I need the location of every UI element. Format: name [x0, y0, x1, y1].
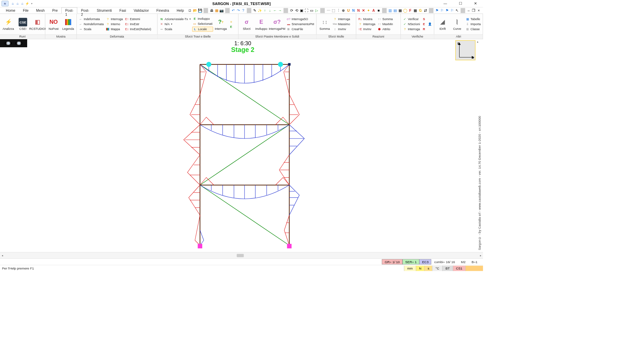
- cursor-icon[interactable]: ↖: [455, 8, 460, 13]
- u-icon[interactable]: U: [346, 8, 351, 13]
- view1-icon[interactable]: ▥: [388, 8, 393, 13]
- invinv-button[interactable]: ↕InvInv: [332, 27, 351, 32]
- interno-button[interactable]: ?Interno: [105, 22, 123, 26]
- tab-post-1[interactable]: Post-1: [61, 7, 77, 14]
- nsezioni-button[interactable]: ✓NSezioni: [402, 22, 420, 26]
- selezionati-button[interactable]: ▭Selezionati: [192, 22, 213, 26]
- tab-mesh[interactable]: Mesh: [32, 7, 48, 14]
- interroga-so-button[interactable]: σ?InterrogaSO: [286, 17, 315, 21]
- snervamento-pm-button[interactable]: ▬SnervamentoPM: [286, 22, 315, 26]
- tab-pre[interactable]: Pre: [48, 7, 61, 14]
- user-icon-button[interactable]: 👤: [427, 22, 432, 26]
- undo-icon[interactable]: ↶: [231, 8, 236, 13]
- tab-validazioni[interactable]: Validazior: [130, 7, 153, 14]
- indeformata-button[interactable]: ⌐Indeformata: [78, 17, 104, 21]
- maxmin-button[interactable]: ↑↑MaxMin: [377, 22, 393, 26]
- flag2-icon[interactable]: ⚐: [440, 8, 444, 13]
- ico-e[interactable]: E: [229, 24, 234, 29]
- mdi-min-icon[interactable]: –: [467, 8, 471, 13]
- tab-help[interactable]: Help: [173, 7, 187, 14]
- view2-icon[interactable]: ▤: [393, 8, 398, 13]
- qat-icon[interactable]: ⚡: [25, 1, 30, 6]
- interroga4-button[interactable]: ?Interroga: [402, 27, 420, 32]
- legenda-button[interactable]: Legenda: [61, 18, 75, 31]
- na-button[interactable]: ✕N/A ▾: [159, 22, 191, 26]
- scala2-button[interactable]: ↔Scala: [159, 27, 191, 32]
- arrow-down-icon[interactable]: ↓: [268, 8, 272, 13]
- app-logo-icon[interactable]: ≋: [2, 1, 9, 6]
- axis-widget[interactable]: z x: [455, 40, 476, 60]
- select-box-icon[interactable]: ⬚: [331, 8, 336, 13]
- inviluppo2-button[interactable]: EInviluppo: [255, 18, 268, 31]
- investr-rel-button[interactable]: E↕InvEstr(Relativi): [124, 27, 152, 32]
- arrow-right-icon[interactable]: →: [278, 8, 282, 13]
- r-icon-button[interactable]: R: [421, 27, 426, 32]
- horizontal-scrollbar[interactable]: ◂ ▸: [0, 252, 483, 258]
- interroga2-button[interactable]: ?Interroga: [332, 17, 351, 21]
- noindeformata-button[interactable]: ⌐NoIndeformata: [78, 22, 104, 26]
- mdi-close-icon[interactable]: ×: [477, 8, 481, 13]
- invinv2-button[interactable]: ↑EInvInv: [358, 27, 376, 32]
- locale-button[interactable]: LLocale: [192, 27, 213, 32]
- flag1-icon[interactable]: ⚑: [435, 8, 439, 13]
- view3-icon[interactable]: ▦: [398, 8, 403, 13]
- unit-bt[interactable]: BT: [442, 266, 453, 271]
- viewport[interactable]: 1: 6:30 Stage 2: [0, 39, 483, 252]
- tab-finestra[interactable]: Finestra: [153, 7, 173, 14]
- play-icon[interactable]: ▷: [315, 8, 319, 13]
- save-icon[interactable]: 💾: [198, 8, 203, 13]
- box-icon[interactable]: ▣: [300, 8, 304, 13]
- sforzi-button[interactable]: σSforzi: [240, 18, 254, 31]
- sparkle-icon[interactable]: ✦: [366, 8, 371, 13]
- wand-icon[interactable]: ✨: [258, 8, 262, 13]
- mdi-restore-icon[interactable]: ❐: [472, 8, 476, 13]
- vertical-scrollbar[interactable]: ▴: [477, 40, 479, 251]
- somma-button[interactable]: ↕↕Somma: [318, 18, 332, 31]
- maximize-button[interactable]: ☐: [453, 0, 468, 7]
- grid2-icon[interactable]: ▦: [413, 8, 418, 13]
- new-icon[interactable]: 🗋: [188, 8, 193, 13]
- rotate-icon[interactable]: ⟳: [289, 8, 294, 13]
- qat-icon[interactable]: ⌂: [20, 1, 25, 6]
- g-icon[interactable]: G: [418, 8, 423, 13]
- qat-dropdown-icon[interactable]: ▾: [30, 1, 35, 6]
- f-icon[interactable]: F: [408, 8, 413, 13]
- minimize-button[interactable]: —: [438, 0, 453, 7]
- interroga-pm-button[interactable]: σ?InterrogaPM: [269, 18, 285, 31]
- inviluppo-button[interactable]: EInviluppo: [192, 17, 213, 21]
- e-icon-button[interactable]: E: [421, 22, 426, 26]
- tab-file[interactable]: File: [19, 7, 32, 14]
- importa-button[interactable]: ⇩Importa: [465, 22, 481, 26]
- investr-button[interactable]: E↕InvEstr: [124, 22, 152, 26]
- creafile-button[interactable]: 🗎CreaFile: [286, 27, 315, 32]
- grid-icon[interactable]: ▦: [214, 8, 219, 13]
- interroga-big-button[interactable]: ??Interroga: [214, 18, 228, 31]
- interroga3-button[interactable]: ?Interroga: [358, 22, 376, 26]
- qat-icon[interactable]: ⌂: [15, 1, 20, 6]
- unit-mm[interactable]: mm: [404, 266, 416, 271]
- print-icon[interactable]: 🖶: [209, 8, 214, 13]
- flag3-icon[interactable]: ⚑: [445, 8, 449, 13]
- unit-n[interactable]: N: [416, 266, 424, 271]
- s-icon-button[interactable]: S: [421, 17, 426, 21]
- target-icon[interactable]: ⊕: [341, 8, 346, 13]
- arrow-left-icon[interactable]: ←: [273, 8, 277, 13]
- tab-home[interactable]: Home: [2, 7, 19, 14]
- link-icon[interactable]: ⇄: [423, 8, 428, 13]
- tab-fasi[interactable]: Fasi: [116, 7, 130, 14]
- more-icon[interactable]: ⋮: [336, 8, 341, 13]
- nopost-button[interactable]: NONoPost: [47, 18, 61, 31]
- scroll-thumb[interactable]: [237, 254, 244, 257]
- select-icon[interactable]: ▭: [310, 8, 314, 13]
- tabelle-button[interactable]: ▦Tabelle: [465, 17, 481, 21]
- unit-c[interactable]: °C: [432, 266, 442, 271]
- interroga-button[interactable]: ?Interroga: [105, 17, 123, 21]
- idrift-button[interactable]: ◢IDrift: [436, 18, 449, 31]
- scala-button[interactable]: ↔Scala: [78, 27, 104, 32]
- pencil-icon[interactable]: ✎: [253, 8, 257, 13]
- redo-icon[interactable]: ↷: [236, 8, 241, 13]
- tab-strumenti[interactable]: Strumenti: [93, 7, 115, 14]
- flag4-icon[interactable]: ⚐: [450, 8, 454, 13]
- estremi-button[interactable]: E↑Estremi: [124, 17, 152, 21]
- arrow-up-icon[interactable]: ↑: [263, 8, 267, 13]
